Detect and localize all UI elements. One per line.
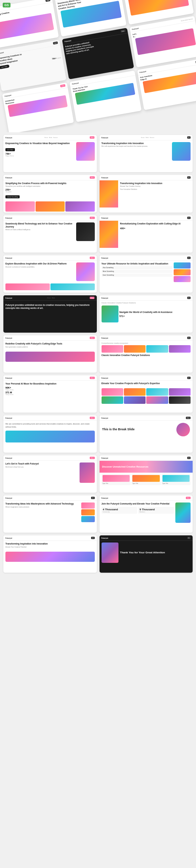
slide-13-logo: Futuryst — [5, 377, 12, 379]
slide-14-catalog — [100, 387, 193, 405]
slide-03-btn[interactable]: Unlock Something — [5, 195, 20, 198]
slide-16-badge: New — [186, 417, 191, 419]
slide-11-header: Futuryst New — [3, 335, 97, 341]
slide-09-badge: New — [90, 297, 94, 299]
slide-22-badge: 11 — [187, 537, 191, 539]
brand-logo-6: Futuryst — [132, 27, 139, 30]
slide-02-nav: Home Work Service — [141, 137, 154, 138]
slide-02-title: Transforming Inspiration into Innovation — [102, 142, 171, 145]
cat-14-7 — [146, 396, 168, 404]
slide-16-text: This is the Break Slide — [102, 428, 175, 432]
strip-img-2 — [36, 201, 65, 212]
sm-card-img-3 — [162, 475, 190, 482]
slide-09: Futuryst Home Work New Futuryst provides… — [3, 295, 97, 333]
slide-18-banner: Discover Unmatched Creative Resources — [100, 461, 193, 473]
sm-card-img-1 — [103, 475, 130, 482]
slide-19-logo: Futuryst — [5, 497, 12, 499]
slide-09-title: Futuryst provides unlimited access to cr… — [5, 303, 95, 310]
slide-06-logo: Futuryst — [102, 217, 108, 219]
slide-03-content: Simplifying the Creative Process with AI… — [3, 180, 97, 200]
lets-start-btn[interactable]: Let's Start — [0, 65, 9, 70]
slide-18-banner-text: Discover Unmatched Creative Resources — [102, 466, 149, 468]
slide-05: Futuryst New Seamlessly Blend Technology… — [3, 215, 97, 253]
gs-badge: GS — [3, 3, 10, 7]
slide-18-discover: Futuryst 08 Discover Unmatched Creative … — [100, 455, 193, 493]
slide-17-header: Futuryst New — [3, 455, 97, 461]
slide-22-logo: Futuryst — [102, 537, 108, 539]
slide-17-subtitle: We'd love to hear from you. — [5, 466, 78, 468]
slide-22-img — [102, 542, 118, 563]
slide-19-imgs — [81, 502, 95, 522]
stat-20-1: 4 Thousand Community — [102, 507, 137, 514]
slide-11-logo: Futuryst — [5, 337, 12, 339]
slide-02: Futuryst Home Work Service 01 Transformi… — [100, 135, 193, 172]
slide-06-img — [100, 221, 118, 248]
slide-19-img-1 — [81, 502, 95, 509]
slide-01-btn[interactable]: Let's Start — [5, 148, 15, 151]
slide-01-title: Empowering Creatives to Visualize Ideas … — [5, 142, 75, 145]
slide-08-content: Your Ultimate Resource for Artistic Insp… — [100, 261, 193, 284]
strip-img-4 — [5, 283, 50, 290]
slide-22-header: Futuryst 11 — [100, 535, 193, 541]
slide-17-img — [80, 462, 95, 483]
slide-04-badge: 02 — [187, 176, 191, 179]
slide-08-col-imgs — [174, 262, 191, 282]
slide-20-content: Join the Futuryst Community and Elevate … — [100, 501, 193, 525]
hero-slide-4: Futuryst New Empowering Creatives toVisu… — [0, 40, 66, 91]
slide-13-header: Futuryst New — [3, 375, 97, 381]
slide-10-logo: Futuryst — [102, 297, 108, 299]
slide-badge: New — [45, 0, 50, 2]
hero-slide-img-3 — [128, 0, 189, 16]
slide-15: Futuryst New We are committed to providi… — [3, 415, 97, 453]
slide-nav-6: Home Work Service — [181, 18, 193, 21]
cat-2 — [124, 345, 146, 353]
stat-20-2: 9 Thousand Members — [138, 507, 174, 514]
slide-21-logo: Futuryst — [5, 537, 12, 539]
hero-slide-8: Futuryst Thank You for YourGreat Attenti… — [70, 71, 141, 122]
slide-06-header: Futuryst 03 — [100, 215, 193, 221]
brand-logo-9: Futuryst — [139, 70, 147, 73]
slide-05-badge: New — [90, 217, 94, 219]
slide-12-header: Futuryst 06 — [100, 335, 193, 341]
hero-slide-body-3: Explore BoundlessInspiration withAI-Driv… — [123, 0, 193, 18]
slide-10: Futuryst 05 Classic Innovative Creative … — [100, 295, 193, 333]
slide-08-logo: Futuryst — [102, 257, 108, 259]
slide-07-badge: New — [90, 257, 94, 259]
slide-07-text: Explore Boundless Inspiration with Our A… — [5, 262, 75, 269]
cat-14-3 — [146, 388, 168, 396]
slide-12-badge: 06 — [187, 337, 191, 339]
slide-14-content: Elevate Your Creative Projects with Futu… — [100, 381, 193, 387]
slide-11-bottom — [3, 351, 97, 362]
slide-10-header: Futuryst 05 — [100, 295, 193, 301]
slide-02-img — [172, 142, 191, 161]
slide-badge-7: 400+ — [60, 84, 66, 87]
slide-14-header: Futuryst 07 — [100, 375, 193, 381]
slide-19-img-3 — [81, 516, 95, 522]
cat-14-6 — [124, 396, 146, 404]
slide-20-stats: 4 Thousand Community 9 Thousand Members — [102, 507, 174, 514]
strip-img-3 — [65, 201, 95, 212]
slide-14-logo: Futuryst — [102, 377, 108, 379]
slide-10-top-text: Classic Innovative Creative Futuryst Sol… — [100, 301, 193, 305]
slide-01-nav: Home Work Service — [44, 137, 58, 138]
sm-card-img-2 — [132, 475, 160, 482]
strip-img-1 — [5, 201, 35, 212]
slides-row-2: Futuryst New Simplifying the Creative Pr… — [3, 175, 193, 213]
slide-02-logo: Futuryst — [102, 137, 108, 139]
hero-slide-9: Futuryst New Free TransformEdge AI — [137, 59, 196, 110]
slide-12-title: Classic Innovative Creative Futuryst Sol… — [102, 354, 191, 357]
slide-20-text: Join the Futuryst Community and Elevate … — [102, 502, 174, 513]
slide-04-subtitle2: Your Innovative Solutions — [120, 189, 191, 191]
slide-05-subtitle: Where art meets artificial intelligence. — [5, 229, 75, 231]
slide-20-title: Join the Futuryst Community and Elevate … — [102, 502, 174, 505]
slide-06-stat: 400+ — [120, 227, 126, 230]
slide-15-logo: Futuryst — [5, 417, 12, 419]
slide-02-subtitle: We craft experiences that inspire and tr… — [102, 145, 171, 147]
slide-13-content: Your Personal AI Muse for Boundless Insp… — [3, 381, 97, 397]
cat-14-8 — [169, 396, 191, 404]
slide-06-layout: Revolutionizing Creative Exploration wit… — [100, 221, 193, 248]
slide-07-logo: Futuryst — [5, 257, 12, 259]
slide-14-badge: 07 — [187, 377, 191, 379]
slide-03-text: Simplifying the Creative Process with AI… — [5, 182, 95, 199]
brand-logo-4: Futuryst — [0, 51, 4, 54]
